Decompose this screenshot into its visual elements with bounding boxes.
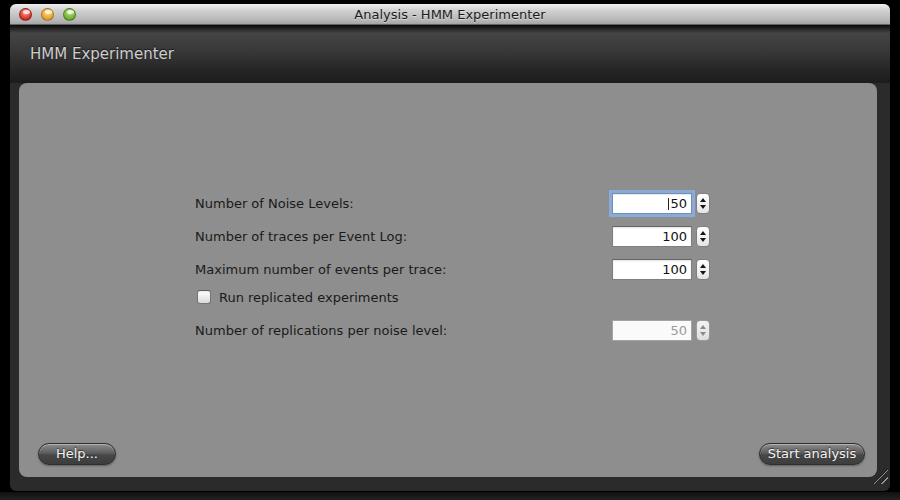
form-row-traces: Number of traces per Event Log: 100 [19,226,877,247]
stepper-up-icon[interactable] [700,231,706,235]
stepper-down-icon [700,332,706,336]
window-title: Analysis - HMM Experimenter [10,4,890,25]
max-events-value: 100 [662,262,687,277]
page-title: HMM Experimenter [10,45,174,63]
stepper-down-icon[interactable] [700,271,706,275]
form-row-max-events: Maximum number of events per trace: 100 [19,259,877,280]
app-window: Analysis - HMM Experimenter HMM Experime… [10,4,890,491]
start-analysis-button[interactable]: Start analysis [759,443,865,465]
stepper-down-icon[interactable] [700,205,706,209]
traces-label: Number of traces per Event Log: [195,226,407,247]
stepper-up-icon [700,325,706,329]
noise-levels-value: 50 [670,196,687,211]
stepper-up-icon[interactable] [700,264,706,268]
noise-levels-stepper[interactable] [696,193,710,214]
form-row-noise-levels: Number of Noise Levels: 50 [19,193,877,214]
title-bar[interactable]: Analysis - HMM Experimenter [10,4,890,25]
run-replicated-label: Run replicated experiments [219,287,399,308]
max-events-input[interactable]: 100 [612,259,692,280]
traces-value: 100 [662,229,687,244]
noise-levels-label: Number of Noise Levels: [195,193,354,214]
desktop-background: Analysis - HMM Experimenter HMM Experime… [0,0,900,500]
replications-input: 50 [612,320,692,341]
form-row-replications: Number of replications per noise level: … [19,320,877,341]
run-replicated-checkbox[interactable] [197,290,211,304]
stepper-down-icon[interactable] [700,238,706,242]
max-events-label: Maximum number of events per trace: [195,259,446,280]
max-events-stepper[interactable] [696,259,710,280]
window-reflection [0,492,900,500]
traces-input[interactable]: 100 [612,226,692,247]
content-panel: Number of Noise Levels: 50 Number of tra… [19,83,877,477]
replications-value: 50 [670,323,687,338]
form-row-replicated: Run replicated experiments [19,287,877,308]
app-header: HMM Experimenter [10,25,890,83]
replications-label: Number of replications per noise level: [195,320,447,341]
replications-stepper [696,320,710,341]
traces-stepper[interactable] [696,226,710,247]
noise-levels-input[interactable]: 50 [612,193,692,214]
stepper-up-icon[interactable] [700,198,706,202]
help-button[interactable]: Help... [38,443,116,465]
